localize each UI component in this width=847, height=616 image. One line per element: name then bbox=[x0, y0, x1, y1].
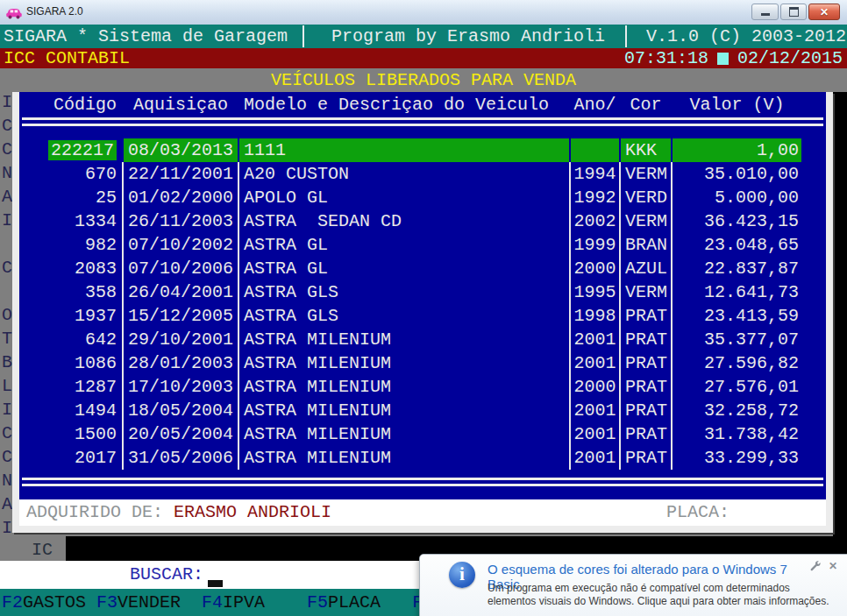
table-row[interactable]: 108628/01/2003ASTRA MILENIUM2001PRAT27.5… bbox=[19, 351, 826, 375]
cell-modelo: ASTRA MILENIUM bbox=[239, 422, 569, 446]
module-name: ICC CONTABIL bbox=[4, 48, 130, 68]
cell-cor: KKK bbox=[621, 138, 671, 162]
program-name: SIGARA * Sistema de Garagem bbox=[4, 25, 288, 48]
car-icon bbox=[6, 6, 22, 23]
double-line-separator bbox=[22, 478, 823, 486]
minimize-button[interactable] bbox=[751, 4, 779, 20]
cell-valor: 23.413,59 bbox=[673, 304, 801, 328]
adquirido-value: ERASMO ANDRIOLI bbox=[174, 502, 331, 522]
cell-ano: 1995 bbox=[571, 280, 619, 304]
cell-ano: 1998 bbox=[571, 304, 619, 328]
cell-aquisicao: 26/04/2001 bbox=[124, 280, 238, 304]
cell-aquisicao: 26/11/2003 bbox=[124, 209, 238, 233]
status-bar: ICC CONTABIL 07:31:18 02/12/2015 bbox=[0, 48, 847, 68]
cell-cor: PRAT bbox=[621, 422, 671, 446]
notification-popup[interactable]: i O esquema de cores foi alterado para o… bbox=[419, 554, 847, 616]
cell-valor: 22.837,87 bbox=[673, 257, 801, 280]
cell-aquisicao: 17/10/2003 bbox=[124, 375, 238, 399]
cell-valor: 1,00 bbox=[673, 138, 801, 162]
table-row[interactable]: 2501/02/2000APOLO GL1992VERD5.000,00 bbox=[19, 186, 826, 209]
cell-ano: 2001 bbox=[571, 328, 619, 351]
maximize-button[interactable] bbox=[780, 4, 807, 20]
double-line-separator bbox=[22, 117, 823, 126]
table-row[interactable]: 22221708/03/20131111KKK1,00 bbox=[19, 138, 826, 162]
table-header: Código Aquisiçao Modelo e Descriçao do V… bbox=[19, 92, 826, 117]
cell-modelo: ASTRA SEDAN CD bbox=[239, 209, 569, 233]
table-row[interactable]: 67022/11/2001A20 CUSTON1994VERM35.010,00 bbox=[19, 162, 826, 186]
vehicle-table: 22221708/03/20131111KKK1,0067022/11/2001… bbox=[19, 138, 826, 470]
table-row[interactable]: 128717/10/2003ASTRA MILENIUM2000PRAT27.5… bbox=[19, 375, 826, 399]
cell-aquisicao: 01/02/2000 bbox=[124, 186, 238, 209]
cell-valor: 12.641,73 bbox=[673, 280, 801, 304]
cell-valor: 36.423,15 bbox=[673, 209, 801, 233]
cell-cor: BRAN bbox=[621, 233, 671, 257]
cell-ano: 1992 bbox=[571, 186, 619, 209]
cell-cor: AZUL bbox=[621, 257, 671, 280]
program-header: SIGARA * Sistema de Garagem Program by E… bbox=[0, 25, 847, 48]
cell-codigo: 2083 bbox=[19, 257, 122, 280]
cell-valor: 31.738,42 bbox=[673, 422, 801, 446]
table-row[interactable]: 98207/10/2002ASTRA GL1999BRAN23.048,65 bbox=[19, 233, 826, 257]
window-title: SIGARA 2.0 bbox=[26, 5, 83, 18]
cell-modelo: ASTRA MILENIUM bbox=[239, 351, 569, 375]
cell-ano: 2001 bbox=[571, 399, 619, 422]
cell-cor: VERM bbox=[621, 280, 671, 304]
notification-close-icon[interactable]: ✕ bbox=[829, 560, 837, 576]
cell-modelo: ASTRA GLS bbox=[239, 280, 569, 304]
table-row[interactable]: 208307/10/2006ASTRA GL2000AZUL22.837,87 bbox=[19, 257, 826, 280]
cell-ano bbox=[571, 138, 619, 162]
header-divider bbox=[625, 25, 627, 47]
cell-aquisicao: 22/11/2001 bbox=[124, 162, 238, 186]
cell-codigo: 25 bbox=[19, 186, 122, 209]
cell-modelo: ASTRA MILENIUM bbox=[239, 446, 569, 470]
cell-modelo: APOLO GL bbox=[239, 186, 569, 209]
table-row[interactable]: 150020/05/2004ASTRA MILENIUM2001PRAT31.7… bbox=[19, 422, 826, 446]
search-input-cursor[interactable] bbox=[208, 580, 223, 587]
cell-ano: 1999 bbox=[571, 233, 619, 257]
table-row[interactable]: 149418/05/2004ASTRA MILENIUM2001PRAT32.2… bbox=[19, 399, 826, 422]
fkey-f2[interactable]: F2GASTOS bbox=[2, 592, 96, 612]
panel-shadow bbox=[833, 92, 847, 561]
table-row[interactable]: 201731/05/2006ASTRA MILENIUM2001PRAT33.2… bbox=[19, 446, 826, 470]
info-icon: i bbox=[449, 562, 475, 588]
clock-separator-block bbox=[717, 53, 729, 65]
wrench-icon[interactable] bbox=[809, 560, 822, 576]
cell-valor: 32.258,72 bbox=[673, 399, 801, 422]
cell-modelo: ASTRA GL bbox=[239, 233, 569, 257]
cell-codigo: 358 bbox=[19, 280, 122, 304]
fkey-f4[interactable]: F4IPVA bbox=[202, 592, 307, 612]
cell-cor: PRAT bbox=[621, 351, 671, 375]
close-button[interactable]: ✕ bbox=[808, 4, 840, 20]
cell-codigo: 1937 bbox=[19, 304, 122, 328]
cell-valor: 5.000,00 bbox=[673, 186, 801, 209]
cell-modelo: ASTRA MILENIUM bbox=[239, 375, 569, 399]
cell-ano: 2000 bbox=[571, 257, 619, 280]
clock: 07:31:18 bbox=[624, 48, 708, 68]
cell-cor: PRAT bbox=[621, 399, 671, 422]
cell-aquisicao: 28/01/2003 bbox=[124, 351, 238, 375]
notification-body[interactable]: Um programa em execução não é compatível… bbox=[488, 582, 831, 608]
cell-modelo: A20 CUSTON bbox=[239, 162, 569, 186]
cell-codigo: 1334 bbox=[19, 209, 122, 233]
fkey-f3[interactable]: F3VENDER bbox=[96, 592, 202, 612]
cell-aquisicao: 20/05/2004 bbox=[124, 422, 238, 446]
cell-modelo: ASTRA MILENIUM bbox=[239, 399, 569, 422]
dos-screen: VEÍCULOS LIBERADOS PARA VENDA ICCNAICOTB… bbox=[0, 68, 847, 616]
cell-aquisicao: 29/10/2001 bbox=[124, 328, 238, 351]
cell-cor: VERD bbox=[621, 186, 671, 209]
cell-valor: 33.299,33 bbox=[673, 446, 801, 470]
search-label: BUSCAR: bbox=[130, 561, 203, 589]
program-version: V.1.0 (C) 2003-2012 bbox=[646, 25, 846, 48]
table-row[interactable]: 35826/04/2001ASTRA GLS1995VERM12.641,73 bbox=[19, 280, 826, 304]
cell-ano: 2001 bbox=[571, 446, 619, 470]
fkey-f5[interactable]: F5PLACA bbox=[307, 592, 412, 612]
table-row[interactable]: 133426/11/2003ASTRA SEDAN CD2002VERM36.4… bbox=[19, 209, 826, 233]
cell-cor: VERM bbox=[621, 209, 671, 233]
cell-codigo: 982 bbox=[19, 233, 122, 257]
table-row[interactable]: 64229/10/2001ASTRA MILENIUM2001PRAT35.37… bbox=[19, 328, 826, 351]
cell-cor: PRAT bbox=[621, 446, 671, 470]
detail-footer: ADQUIRIDO DE: ERASMO ANDRIOLI PLACA: bbox=[19, 499, 826, 526]
table-row[interactable]: 193715/12/2005ASTRA GLS1998PRAT23.413,59 bbox=[19, 304, 826, 328]
placa-label: PLACA: bbox=[666, 499, 730, 526]
page-title: VEÍCULOS LIBERADOS PARA VENDA bbox=[0, 69, 847, 92]
